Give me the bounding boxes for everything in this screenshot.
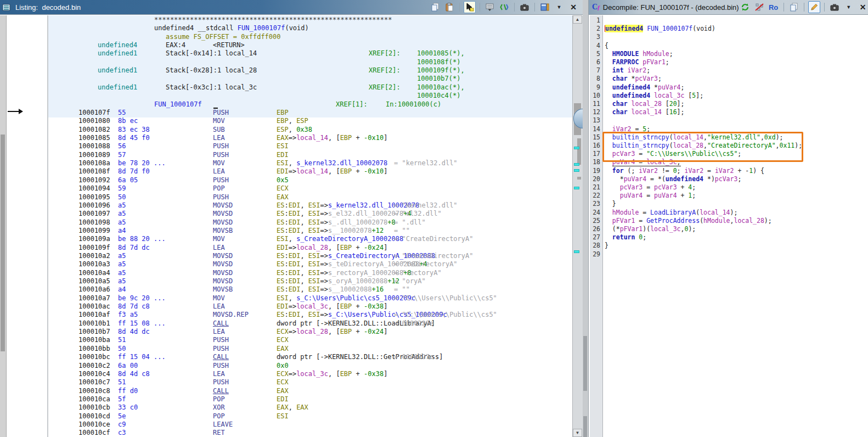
decompiler-line[interactable]: puVar4 = puVar4 + 1;	[605, 192, 696, 200]
decompiler-line[interactable]: hModule = LoadLibraryA(local_14);	[605, 209, 737, 217]
decompiler-line[interactable]: undefined4 FUN_1000107f(void)	[605, 25, 715, 33]
listing-header-line[interactable]: FUN_1000107fXREF[1]:In:10001000(c)	[0, 100, 573, 109]
listing-instruction-row[interactable]: 1000109abe 88 20 ...MOVESI, s_CreateDire…	[0, 235, 573, 243]
decompiler-line[interactable]: undefined4 local_3c [5];	[605, 92, 703, 100]
listing-instruction-row[interactable]: 1000108abe 78 20 ...MOVESI, s_kernel32.d…	[0, 159, 573, 167]
listing-instruction-row[interactable]: 100010cfc3RET	[0, 429, 573, 437]
listing-instruction-row[interactable]: 100010c8ff d0CALLEAX	[0, 387, 573, 395]
snapshot-icon[interactable]	[828, 1, 841, 13]
listing-instruction-row[interactable]: 100010858d 45 f0LEAEAX=>local_14, [EBP +…	[0, 134, 573, 142]
listing-instruction-row[interactable]: 100010cec9LEAVE	[0, 421, 573, 429]
listing-instruction-row[interactable]: 100010cd5ePOPESI	[0, 412, 573, 421]
refresh-icon[interactable]	[739, 1, 751, 13]
listing-header-line[interactable]: undefined4EAX:4<RETURN>	[0, 41, 573, 49]
listing-header-line[interactable]: 100010b7(*)	[0, 75, 573, 83]
listing-instruction-row[interactable]: 100010aff3 a5MOVSD.REPES:EDI, ESI=>s_C:\…	[0, 311, 573, 319]
scroll-up-button[interactable]: ▲	[573, 15, 582, 24]
edit-fields-icon[interactable]	[498, 1, 510, 13]
line-number: 11	[593, 100, 600, 108]
listing-instruction-row[interactable]: 100010c48d 4d c8LEAECX=>local_3c, [EBP +…	[0, 370, 573, 378]
decompiler-line[interactable]: HMODULE hModule;	[605, 50, 673, 58]
listing-header-line[interactable]: undefined1Stack[-0x14]:1 local_14XREF[2]…	[0, 49, 573, 58]
toggle-fields-icon[interactable]	[484, 1, 496, 13]
listing-view[interactable]: ****************************************…	[0, 15, 573, 437]
listing-instruction-row[interactable]: 100010bcff 15 04 ...CALLdword ptr [->KER…	[0, 353, 573, 361]
decompiler-line[interactable]: char local_14 [16];	[605, 108, 684, 116]
decompiler-line[interactable]: char local_28 [20];	[605, 100, 684, 108]
graph-disabled-icon[interactable]	[753, 1, 765, 13]
line-number: 5	[596, 50, 600, 58]
listing-instruction-row[interactable]: 100010b78d 4d dcLEAECX=>local_28, [EBP +…	[0, 328, 573, 336]
listing-instruction-row[interactable]: 1000108283 ec 38SUBESP, 0x38	[0, 126, 573, 134]
scroll-down-button[interactable]: ▼	[573, 429, 582, 437]
listing-header-line[interactable]: 100010c4(*)	[0, 92, 573, 100]
listing-instruction-row[interactable]: 100010a6a4MOVSBES:EDI, ESI=>s__10002088+…	[0, 285, 573, 294]
listing-instruction-row[interactable]: 100010808b ecMOVEBP, ESP	[0, 117, 573, 125]
listing-instruction-row[interactable]: 1000109f8d 7d dcLEAEDI=>local_28, [EBP +…	[0, 244, 573, 252]
listing-instruction-row[interactable]: 100010a3a5MOVSDES:EDI, ESI=>s_teDirector…	[0, 260, 573, 268]
listing-instruction-row[interactable]: 100010ba51PUSHECX	[0, 336, 573, 344]
decompiler-line[interactable]: {	[605, 42, 608, 50]
listing-instruction-row[interactable]: 100010a2a5MOVSDES:EDI, ESI=>s_CreateDire…	[0, 252, 573, 260]
ghidra-window: Listing: decoded.bin	[0, 0, 868, 437]
decompiler-line[interactable]: FARPROC pFVar1;	[605, 58, 669, 66]
decompiler-line[interactable]: pFVar1 = GetProcAddress(hModule,local_28…	[605, 217, 772, 225]
listing-instruction-row[interactable]: 100010cb33 c0XOREAX, EAX	[0, 404, 573, 412]
listing-instruction-row[interactable]: 1000109550PUSHEAX	[0, 193, 573, 201]
line-number: 9	[596, 83, 600, 92]
listing-header-line[interactable]: undefined1Stack[-0x28]:1 local_28XREF[2]…	[0, 66, 573, 75]
listing-instruction-row[interactable]: 100010c751PUSHECX	[0, 378, 573, 386]
listing-header-line[interactable]: undefined1Stack[-0x3c]:1 local_3cXREF[2]…	[0, 83, 573, 92]
decompiler-view[interactable]: 1234567891011121314151617181920212223242…	[589, 15, 868, 437]
readonly-toggle[interactable]: Ro	[768, 1, 780, 13]
listing-instruction-row[interactable]: 1000108856PUSHESI	[0, 142, 573, 150]
listing-instruction-row[interactable]: 10001099a4MOVSBES:EDI, ESI=>s__10002078+…	[0, 227, 573, 235]
dropdown-arrow-icon[interactable]: ▼	[553, 1, 565, 13]
copy-icon[interactable]	[788, 1, 800, 13]
listing-instruction-row[interactable]: 100010b1ff 15 08 ...CALLdword ptr [->KER…	[0, 320, 573, 328]
close-icon[interactable]: ✕	[857, 1, 868, 13]
listing-instruction-row[interactable]: 10001096a5MOVSDES:EDI, ESI=>s_kernel32.d…	[0, 201, 573, 210]
listing-instruction-row[interactable]: 1000108f8d 7d f0LEAEDI=>local_14, [EBP +…	[0, 167, 573, 176]
decompiler-line[interactable]: undefined4 *puVar4;	[605, 83, 684, 92]
listing-instruction-row[interactable]: 100010ca5fPOPEDI	[0, 395, 573, 404]
listing-header-line[interactable]: undefined4 __stdcall FUN_1000107f(void)	[0, 24, 573, 32]
clone-window-icon[interactable]	[539, 1, 551, 13]
listing-instruction-row[interactable]: 100010a5a5MOVSDES:EDI, ESI=>s_oryA_10002…	[0, 277, 573, 285]
listing-header-line[interactable]: ****************************************…	[0, 16, 573, 24]
listing-instruction-row[interactable]: 100010926a 05PUSH0x5	[0, 176, 573, 184]
decompiler-line[interactable]: }	[605, 242, 608, 250]
listing-instruction-row[interactable]: 100010ac8d 7d c8LEAEDI=>local_3c, [EBP +…	[0, 302, 573, 311]
copy-icon[interactable]	[429, 1, 441, 13]
decompiler-line[interactable]: pcVar3 = pcVar3 + 4;	[605, 183, 696, 192]
decompiler-line[interactable]: char *pcVar3;	[605, 75, 662, 83]
listing-scrollbar[interactable]: ▲ ▼	[572, 15, 583, 437]
dropdown-arrow-icon[interactable]: ▼	[843, 1, 855, 13]
listing-instruction-row[interactable]: 10001098a5MOVSDES:EDI, ESI=>s_.dll_10002…	[0, 218, 573, 227]
decompiler-line[interactable]: (*pFVar1)(local_3c,0);	[605, 225, 696, 233]
listing-instruction-row[interactable]: 10001097a5MOVSDES:EDI, ESI=>s_el32.dll_1…	[0, 210, 573, 218]
line-number: 19	[593, 167, 600, 175]
decompiler-line[interactable]: for (; iVar2 != 0; iVar2 = iVar2 + -1) {	[605, 167, 764, 175]
line-number: 22	[593, 192, 600, 200]
listing-instruction-row[interactable]: 1000107f55PUSHEBP	[0, 109, 573, 117]
listing-instruction-row[interactable]: 1000108957PUSHEDI	[0, 151, 573, 159]
search-marker	[574, 250, 579, 253]
paste-icon[interactable]	[443, 1, 455, 13]
listing-instruction-row[interactable]: 100010bb50PUSHEAX	[0, 345, 573, 353]
snapshot-icon[interactable]	[518, 1, 531, 13]
listing-instruction-row[interactable]: 100010a4a5MOVSDES:EDI, ESI=>s_rectoryA_1…	[0, 269, 573, 277]
close-icon[interactable]: ✕	[567, 1, 579, 13]
listing-header-line[interactable]: 1000108f(*)	[0, 58, 573, 66]
decompiler-line[interactable]: return 0;	[605, 233, 646, 242]
listing-header-line[interactable]: assume FS_OFFSET = 0xffdff000	[0, 33, 573, 41]
decompiler-line[interactable]: }	[605, 200, 616, 208]
decompiler-line[interactable]: *puVar4 = *(undefined4 *)pcVar3;	[605, 175, 741, 183]
listing-instruction-row[interactable]: 100010a7be 9c 20 ...MOVESI, s_C:\Users\P…	[0, 294, 573, 302]
edit-pencil-icon[interactable]	[808, 1, 820, 13]
cursor-location-icon[interactable]	[464, 1, 476, 13]
listing-instruction-row[interactable]: 100010c26a 00PUSH0x0	[0, 362, 573, 370]
listing-instruction-row[interactable]: 1000109459POPECX	[0, 184, 573, 193]
decompiler-line[interactable]: int iVar2;	[605, 66, 650, 75]
search-marker	[574, 187, 579, 189]
